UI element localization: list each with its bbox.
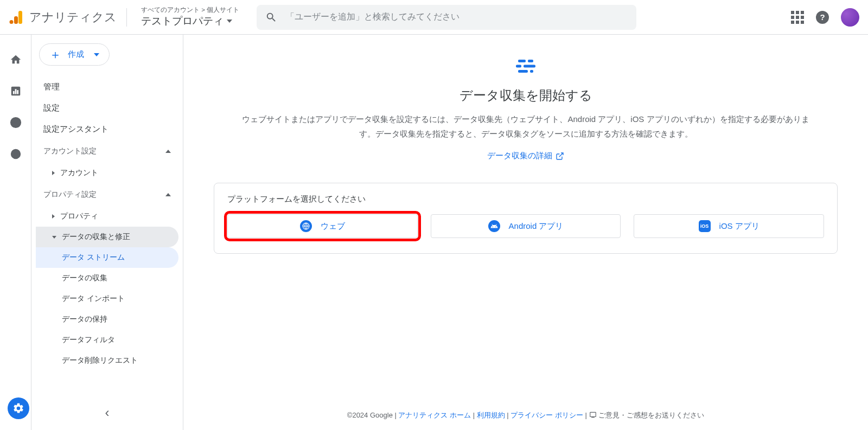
chevron-down-icon	[227, 20, 232, 23]
svg-rect-15	[530, 70, 533, 73]
hero-section: データ収集を開始する ウェブサイトまたはアプリでデータ収集を設定するには、データ…	[183, 35, 868, 172]
search-input[interactable]: 「ユーザーを追加」と検索してみてください	[257, 5, 636, 30]
svg-rect-1	[14, 16, 18, 24]
svg-line-16	[559, 153, 563, 157]
svg-rect-13	[524, 65, 535, 68]
sidebar-sub-account[interactable]: アカウント	[36, 163, 178, 183]
svg-rect-0	[18, 11, 22, 24]
external-link-icon	[556, 152, 564, 161]
sidebar-item-settings[interactable]: 設定	[36, 98, 178, 119]
search-icon	[265, 11, 277, 23]
svg-rect-5	[15, 89, 16, 94]
web-icon	[300, 220, 312, 232]
svg-rect-12	[516, 65, 521, 68]
advertising-icon[interactable]	[8, 146, 23, 162]
account-section-header[interactable]: アカウント設定	[36, 140, 178, 163]
home-icon[interactable]	[8, 52, 23, 67]
sidebar-item-data-retention[interactable]: データの保持	[36, 309, 178, 330]
footer-link-terms[interactable]: 利用規約	[477, 411, 505, 419]
svg-point-2	[10, 20, 14, 24]
sidebar-item-data-deletion[interactable]: データ削除リクエスト	[36, 350, 178, 371]
create-button[interactable]: ＋ 作成	[39, 43, 110, 66]
svg-rect-19	[590, 412, 596, 416]
analytics-logo-icon	[9, 10, 24, 25]
hero-text: ウェブサイトまたはアプリでデータ収集を設定するには、データ収集先（ウェブサイト、…	[241, 112, 810, 141]
explore-icon[interactable]	[8, 115, 23, 130]
footer-link-home[interactable]: アナリティクス ホーム	[398, 411, 471, 419]
svg-rect-6	[17, 90, 18, 94]
platform-web-button[interactable]: ウェブ	[227, 214, 418, 238]
sidebar-item-assistant[interactable]: 設定アシスタント	[36, 119, 178, 140]
svg-rect-14	[518, 70, 528, 73]
property-selector[interactable]: すべてのアカウント > 個人サイト テストプロパティ	[137, 5, 244, 29]
sidebar-item-data-filter[interactable]: データフィルタ	[36, 330, 178, 350]
main-content: データ収集を開始する ウェブサイトまたはアプリでデータ収集を設定するには、データ…	[183, 35, 868, 430]
sidebar-sub-property[interactable]: プロパティ	[36, 206, 178, 227]
logo[interactable]: アナリティクス	[9, 9, 117, 25]
nav-rail	[0, 35, 31, 430]
hero-link[interactable]: データ収集の詳細	[487, 151, 564, 161]
help-icon[interactable]: ?	[816, 11, 829, 24]
ios-icon: iOS	[699, 220, 711, 232]
sidebar-item-data-import[interactable]: データ インポート	[36, 288, 178, 309]
footer: ©2024 Google | アナリティクス ホーム | 利用規約 | プライバ…	[183, 401, 868, 430]
svg-rect-10	[518, 60, 526, 62]
svg-rect-4	[12, 91, 14, 94]
sidebar-item-admin[interactable]: 管理	[36, 76, 178, 98]
chevron-right-icon	[52, 171, 55, 175]
admin-gear-icon[interactable]	[8, 397, 29, 419]
apps-icon[interactable]	[791, 11, 804, 24]
sidebar-collapse-button[interactable]: ‹	[31, 405, 183, 420]
create-label: 作成	[68, 49, 84, 60]
chevron-right-icon	[52, 214, 55, 219]
sidebar-item-data-streams[interactable]: データ ストリーム	[36, 247, 178, 268]
reports-icon[interactable]	[8, 84, 23, 99]
search-placeholder: 「ユーザーを追加」と検索してみてください	[286, 11, 459, 23]
chevron-up-icon	[165, 193, 171, 196]
chevron-down-icon	[94, 53, 99, 56]
chevron-down-icon	[52, 236, 56, 239]
feedback-icon	[589, 411, 597, 420]
android-icon	[488, 220, 500, 232]
card-title: プラットフォームを選択してください	[227, 194, 824, 204]
footer-feedback[interactable]: ご意見・ご感想をお送りください	[598, 411, 704, 419]
divider	[126, 8, 127, 27]
admin-sidebar: ＋ 作成 管理 設定 設定アシスタント アカウント設定 アカウント プロパティ設…	[31, 35, 183, 430]
logo-text: アナリティクス	[29, 9, 117, 25]
avatar[interactable]	[841, 8, 859, 27]
data-stream-icon	[516, 56, 535, 76]
platform-android-button[interactable]: Android アプリ	[431, 214, 621, 238]
platform-card: プラットフォームを選択してください ウェブ Android アプリ	[214, 183, 838, 254]
chevron-up-icon	[165, 150, 171, 153]
sidebar-sub-data-collection[interactable]: データの収集と修正	[36, 227, 178, 247]
footer-link-privacy[interactable]: プライバシー ポリシー	[510, 411, 583, 419]
app-header: アナリティクス すべてのアカウント > 個人サイト テストプロパティ 「ユーザー…	[0, 0, 868, 35]
breadcrumb: すべてのアカウント > 個人サイト	[141, 6, 239, 14]
chevron-left-icon: ‹	[105, 405, 110, 420]
svg-rect-11	[528, 60, 533, 62]
sidebar-item-data-collection[interactable]: データの収集	[36, 268, 178, 288]
hero-title: データ収集を開始する	[459, 87, 592, 104]
platform-ios-button[interactable]: iOS iOS アプリ	[634, 214, 824, 238]
property-section-header[interactable]: プロパティ設定	[36, 183, 178, 206]
property-name: テストプロパティ	[141, 14, 224, 28]
